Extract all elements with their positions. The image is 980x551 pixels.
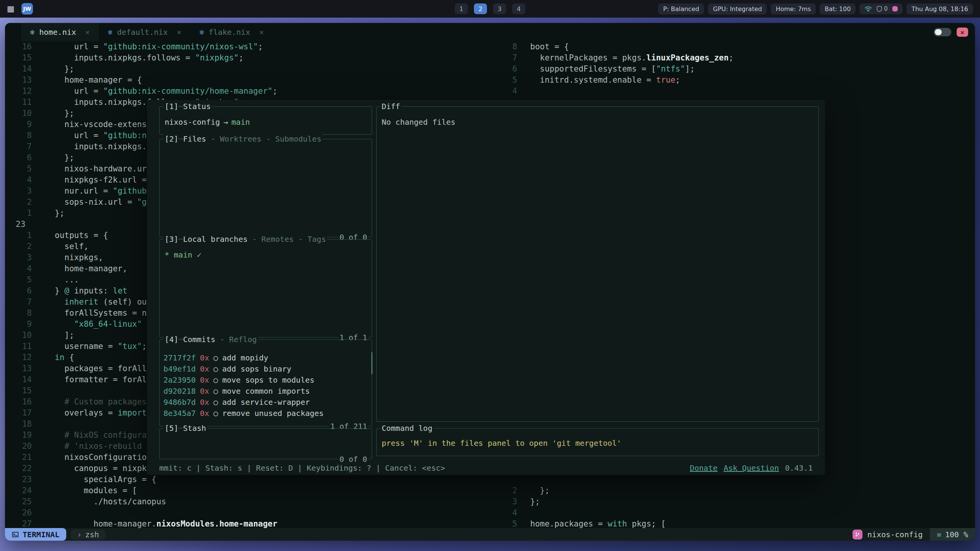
terminal-window: ❄home.nix×❄default.nix×❄flake.nix× × 16 … (5, 23, 975, 541)
commit-message: move common imports (222, 386, 310, 397)
tab-close-icon[interactable]: × (85, 28, 90, 36)
code-text: home.packages = with pkgs; [ (517, 518, 666, 528)
line-number: 7 (5, 141, 32, 152)
prompt-icon: › (77, 530, 82, 539)
commit-row[interactable]: d9202180x○move common imports (160, 386, 372, 397)
scroll-percent: ≡ 100 % (930, 528, 975, 541)
tab-default.nix[interactable]: ❄default.nix× (99, 23, 190, 41)
commit-row[interactable]: 8e345a70x○remove unused packages (160, 408, 372, 419)
line-number: 15 (5, 385, 32, 396)
status-chip-0: P: Balanced (658, 3, 704, 15)
commit-author: 0x (200, 397, 209, 408)
code-line: 13 home-manager = { (5, 75, 500, 86)
line-number: 4 (5, 263, 32, 274)
commit-node-icon: ○ (213, 386, 218, 397)
percent-value: 100 % (945, 530, 968, 539)
line-number: 10 (5, 108, 32, 119)
window-close-button[interactable]: × (957, 28, 968, 37)
link-ask-question[interactable]: Ask Question (724, 463, 779, 473)
keyboard-layout-badge[interactable]: JW (21, 3, 33, 15)
commit-row[interactable]: 2a239500x○move sops to modules (160, 375, 372, 386)
line-number: 2 (500, 485, 517, 496)
lazygit-popup: [1]─Status nixos-config→main [2]─Files -… (147, 100, 825, 475)
line-number: 8 (5, 308, 32, 319)
code-text: }; (517, 496, 540, 507)
mode-indicator: TERMINAL (5, 528, 66, 541)
toggle-pill-dot (935, 29, 942, 35)
diff-panel-title: Diff (381, 101, 401, 111)
commits-panel-title: [4]─Commits - Reflog (163, 334, 258, 344)
code-line: 4 (500, 86, 975, 97)
lazygit-stash-panel[interactable]: [5]─Stash 0 of 0 (159, 428, 372, 459)
link-donate[interactable]: Donate (690, 463, 717, 473)
tab-close-icon[interactable]: × (177, 28, 181, 36)
code-line: 5 initrd.systemd.enable = true; (500, 75, 975, 86)
git-branch-icon (853, 530, 862, 540)
code-text (32, 419, 55, 430)
color-dot-icon (892, 6, 898, 11)
current-branch: main (232, 117, 250, 127)
shell-indicator[interactable]: › zsh (71, 529, 105, 540)
code-line: 4 (500, 507, 975, 518)
code-text: ... (32, 274, 79, 285)
commits-scrollbar[interactable] (371, 352, 372, 374)
line-number: 13 (5, 363, 32, 374)
code-text: "x86_64-linux" (32, 319, 142, 330)
session-name: nixos-config (867, 530, 923, 539)
line-number: 1 (5, 230, 32, 241)
lazygit-branches-panel[interactable]: [3]─Local branches - Remotes - Tags * ma… (159, 239, 372, 337)
lazygit-keybar-right: DonateAsk Question 0.43.1 (690, 463, 813, 473)
commit-message: remove unused packages (222, 408, 323, 419)
workspace-button-1[interactable]: 1 (455, 3, 468, 14)
status-line: TERMINAL › zsh nixos-config ≡ 100 % (5, 528, 975, 541)
workspace-button-3[interactable]: 3 (493, 3, 506, 14)
workspace-button-2[interactable]: 2 (474, 3, 487, 14)
stash-count: 0 of 0 (338, 454, 369, 464)
tab-label: flake.nix (209, 28, 250, 37)
lazygit-links: DonateAsk Question (690, 463, 779, 473)
tab-flake.nix[interactable]: ❄flake.nix× (191, 23, 273, 41)
line-number: 23 (5, 219, 42, 230)
line-number: 22 (5, 463, 32, 474)
commit-row[interactable]: b49ef1d0x○add sops binary (160, 364, 372, 375)
nix-snowflake-icon: ❄ (200, 28, 204, 36)
commit-author: 0x (200, 408, 209, 419)
code-text: home-manager.nixosModules.home-manager (32, 518, 278, 528)
tab-home.nix[interactable]: ❄home.nix× (21, 23, 99, 41)
line-number: 8 (5, 130, 32, 141)
lazygit-status-panel[interactable]: [1]─Status nixos-config→main (159, 106, 372, 135)
commit-hash: 2a23950 (163, 375, 196, 386)
system-tray[interactable]: 0 (859, 3, 903, 14)
commit-node-icon: ○ (213, 375, 218, 386)
commit-message: add sops binary (222, 364, 291, 375)
lazygit-diff-panel[interactable]: Diff No changed files (376, 106, 819, 422)
lazygit-commits-panel[interactable]: [4]─Commits - Reflog 2717f2f0x○add mopid… (159, 339, 372, 426)
code-text: ./hosts/canopus (32, 496, 166, 507)
code-text (32, 385, 55, 396)
app-launcher-icon[interactable]: ▦ (7, 4, 15, 13)
topbar-status-chips: P: BalancedGPU: IntegratedHome: 7msBat: … (658, 3, 856, 15)
line-number: 12 (5, 352, 32, 363)
code-line: 14 }; (5, 64, 500, 75)
commit-row[interactable]: 2717f2f0x○add mopidy (160, 352, 372, 364)
commit-list: 2717f2f0x○add mopidyb49ef1d0x○add sops b… (160, 340, 372, 419)
toggle-pill[interactable] (934, 28, 951, 36)
line-number: 26 (5, 507, 32, 518)
line-number: 19 (5, 430, 32, 441)
tab-close-icon[interactable]: × (259, 28, 263, 36)
code-line: 15 inputs.nixpkgs.follows = "nixpkgs"; (5, 52, 500, 64)
code-text: url = "github:nix-community/home-manager… (32, 86, 278, 97)
clock[interactable]: Thu Aug 08, 18:16 (906, 3, 973, 15)
commit-row[interactable]: 9486b7d0x○add service-wrapper (160, 397, 372, 408)
lazygit-command-log-panel[interactable]: Command log press 'M' in the files panel… (376, 428, 819, 456)
lazygit-files-panel[interactable]: [2]─Files - Worktrees - Submodules 0 of … (159, 139, 372, 237)
workspace-button-4[interactable]: 4 (512, 3, 525, 14)
commit-hash: b49ef1d (163, 364, 196, 375)
line-number: 5 (5, 274, 32, 285)
line-number: 16 (5, 396, 32, 408)
line-number: 6 (5, 152, 32, 163)
code-text: boot = { (517, 41, 569, 52)
code-line: 24 modules = [ (5, 485, 500, 496)
editor-area: 16 url = "github:nix-community/nixos-wsl… (5, 41, 975, 528)
line-number: 24 (5, 485, 32, 496)
